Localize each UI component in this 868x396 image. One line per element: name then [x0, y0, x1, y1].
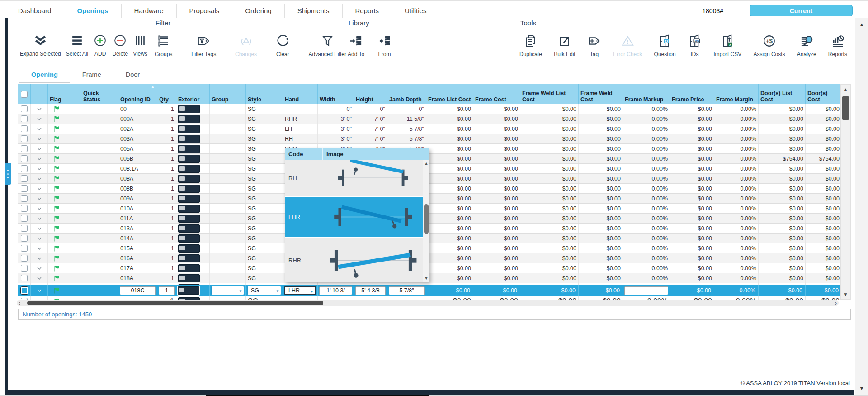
clear-button[interactable]: Clear	[274, 33, 292, 57]
tab-opening[interactable]: Opening	[19, 69, 70, 83]
expand-row-button[interactable]	[31, 114, 48, 124]
column-header-group[interactable]: Group	[210, 84, 246, 104]
tag-button[interactable]: Tag	[585, 33, 603, 57]
expand-row-button[interactable]	[31, 296, 48, 300]
toggle-switch[interactable]	[178, 185, 200, 193]
flag-icon[interactable]	[48, 204, 66, 213]
expand-row-button[interactable]	[31, 104, 48, 114]
edit-row-checkbox[interactable]	[21, 287, 28, 294]
column-header-jamb-depth[interactable]: Jamb Depth	[387, 84, 426, 104]
toggle-switch[interactable]	[178, 155, 200, 163]
column-header-quick-status[interactable]: Quick Status	[81, 84, 118, 104]
row-checkbox[interactable]	[21, 165, 28, 172]
column-header-frame-cost[interactable]: Frame Cost	[473, 84, 520, 104]
exterior-toggle[interactable]	[176, 214, 210, 223]
flag-icon[interactable]	[48, 164, 66, 173]
exterior-toggle[interactable]	[176, 134, 210, 143]
exterior-toggle[interactable]	[176, 243, 210, 253]
expand-row-button[interactable]	[31, 204, 48, 213]
column-header-col0[interactable]	[18, 84, 31, 104]
flag-icon[interactable]	[48, 273, 66, 283]
table-row[interactable]: 002A1SGLH3' 0"7' 0"5 7/8"$0.00$0.00$0.00…	[18, 124, 840, 134]
table-row[interactable]: 1SG$0.00$0.00$0.00$0.000.00%$0.000.00%$0…	[18, 296, 840, 300]
flag-icon[interactable]	[48, 234, 66, 243]
table-row[interactable]: 000A1SGRHR3' 0"7' 0"11 5/8"$0.00$0.00$0.…	[18, 114, 840, 124]
column-header-frame-price[interactable]: Frame Price	[670, 84, 714, 104]
select-all-checkbox[interactable]	[21, 91, 28, 98]
row-checkbox[interactable]	[21, 155, 28, 162]
toggle-switch[interactable]	[178, 254, 200, 262]
toggle-switch[interactable]	[178, 105, 200, 113]
exterior-toggle[interactable]	[176, 253, 210, 263]
grid-vscroll-thumb[interactable]	[842, 96, 849, 120]
jamb-depth-input[interactable]	[389, 286, 425, 295]
exterior-toggle[interactable]	[176, 144, 210, 153]
nav-tab-utilities[interactable]: Utilities	[392, 4, 439, 18]
row-checkbox[interactable]	[21, 255, 28, 262]
column-header-height[interactable]: Height	[354, 84, 387, 104]
hand-select[interactable]: LHR▼	[284, 286, 316, 295]
column-header-opening-id[interactable]: Opening ID▲	[118, 84, 157, 104]
flag-icon[interactable]	[48, 243, 66, 253]
expand-selected-button[interactable]: Expand Selected	[18, 33, 63, 57]
table-row[interactable]: 001SG0"0"0"$0.00$0.00$0.00$0.000.00%$0.0…	[18, 104, 840, 114]
exterior-toggle[interactable]	[176, 204, 210, 213]
column-header-exterior[interactable]: Exterior	[176, 84, 210, 104]
toggle-switch[interactable]	[178, 135, 200, 143]
column-header-style[interactable]: Style	[246, 84, 283, 104]
column-header-width[interactable]: Width	[318, 84, 354, 104]
page-scroll-down-icon[interactable]: ▼	[855, 386, 868, 391]
expand-row-button[interactable]	[31, 134, 48, 143]
row-checkbox[interactable]	[21, 215, 28, 222]
popup-scroll-up-icon[interactable]: ▲	[423, 161, 429, 166]
exterior-toggle[interactable]	[176, 224, 210, 233]
column-header-frame-weld-cost[interactable]: Frame Weld Cost	[579, 84, 623, 104]
toggle-switch[interactable]	[178, 286, 199, 295]
filter-tags-button[interactable]: Filter Tags	[189, 33, 218, 57]
nav-tab-reports[interactable]: Reports	[343, 4, 392, 18]
grid-horizontal-scrollbar[interactable]: ‹ ›	[17, 300, 839, 306]
qty-input[interactable]	[159, 286, 175, 295]
row-checkbox[interactable]	[21, 275, 28, 281]
nav-tab-hardware[interactable]: Hardware	[122, 4, 177, 18]
column-header-frame-weld-list-cost[interactable]: Frame Weld List Cost	[520, 84, 579, 104]
flag-icon[interactable]	[48, 144, 66, 153]
toggle-switch[interactable]	[178, 234, 200, 243]
flag-icon[interactable]	[48, 296, 66, 300]
row-checkbox[interactable]	[21, 235, 28, 242]
flag-icon[interactable]	[48, 134, 66, 143]
hand-option-rhr[interactable]: RHR	[285, 238, 423, 282]
flag-icon[interactable]	[48, 104, 66, 114]
column-header-frame-margin[interactable]: Frame Margin	[714, 84, 759, 104]
tab-door[interactable]: Door	[113, 69, 152, 83]
exterior-toggle[interactable]	[176, 194, 210, 203]
expand-row-button[interactable]	[31, 234, 48, 243]
views-button[interactable]: Views	[131, 33, 149, 57]
flag-icon[interactable]	[48, 194, 66, 203]
grid-hscroll-thumb[interactable]	[27, 301, 323, 305]
toggle-switch[interactable]	[178, 224, 200, 233]
row-checkbox[interactable]	[21, 125, 28, 132]
assign-costs-button[interactable]: +$Assign Costs	[752, 33, 787, 57]
row-checkbox[interactable]	[21, 225, 28, 232]
flag-icon[interactable]	[48, 263, 66, 273]
expand-row-button[interactable]	[31, 243, 48, 253]
exterior-toggle[interactable]	[176, 114, 210, 124]
toggle-switch[interactable]	[178, 195, 200, 203]
flag-icon[interactable]	[48, 124, 66, 134]
expand-row-button[interactable]	[31, 214, 48, 223]
column-header-door-s-list-cost[interactable]: Door(s) List Cost	[759, 84, 806, 104]
flag-icon[interactable]	[48, 184, 66, 193]
left-drag-handle[interactable]	[5, 163, 11, 185]
exterior-toggle[interactable]	[176, 154, 210, 163]
ids-button[interactable]: 101IDs	[686, 33, 703, 57]
row-checkbox[interactable]	[21, 115, 28, 122]
row-checkbox[interactable]	[21, 135, 28, 142]
exterior-toggle[interactable]	[176, 174, 210, 183]
toggle-switch[interactable]	[178, 244, 200, 253]
expand-row-button[interactable]	[31, 154, 48, 163]
row-checkbox[interactable]	[21, 195, 28, 202]
height-input[interactable]	[355, 286, 386, 295]
column-header-frame-list-cost[interactable]: Frame List Cost	[426, 84, 473, 104]
expand-row-button[interactable]	[31, 263, 48, 273]
